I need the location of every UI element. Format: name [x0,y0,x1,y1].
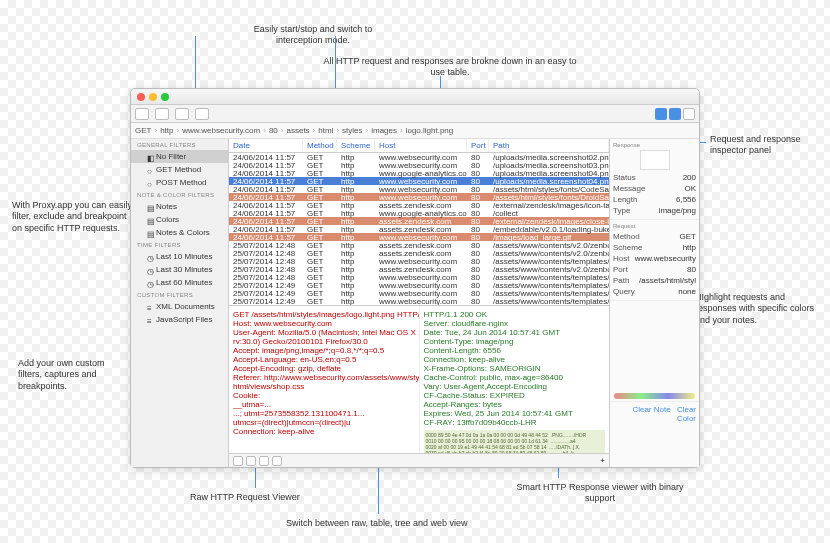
main-panel: Date Method Scheme Host Port Path 24/06/… [229,139,609,467]
filter-30min[interactable]: ◷Last 30 Minutes [131,263,228,276]
callout-inspector: Request and response inspector panel [710,134,820,157]
record-button[interactable] [135,108,149,120]
view-raw-button[interactable] [233,456,243,466]
color-palette[interactable] [614,393,695,399]
filter-js[interactable]: ≡JavaScript Files [131,313,228,326]
request-table[interactable]: 24/06/2014 11:57GEThttpwww.websecurity.c… [229,153,609,305]
filter-notes[interactable]: ▤Notes [131,200,228,213]
view-mode-3[interactable] [683,108,695,120]
raw-viewer: GET /assets/html/styles/images/logo.ligh… [229,305,609,453]
close-icon[interactable] [137,93,145,101]
section-note: NOTE & COLOR FILTERS [131,189,228,200]
callout-switch-view: Switch between raw, table, tree and web … [286,518,468,529]
callout-start-stop: Easily start/stop and switch to intercep… [238,24,388,47]
filter-10min[interactable]: ◷Last 10 Minutes [131,250,228,263]
view-table-button[interactable] [246,456,256,466]
inspector-request-title: Request [613,223,696,229]
pause-button[interactable] [155,108,169,120]
filter-no-filter[interactable]: ◧No Filter [131,150,228,163]
filter-xml[interactable]: ≡XML Documents [131,300,228,313]
minimize-icon[interactable] [149,93,157,101]
callout-custom-filters: Add your own custom filters, captures an… [18,358,128,392]
hex-view: 0000 89 50 4e 47 0d 0a 1a 0a 00 00 00 0d… [424,430,606,453]
search-button[interactable] [195,108,209,120]
filter-post[interactable]: ○POST Method [131,176,228,189]
response-thumbnail [640,150,670,170]
view-tree-button[interactable] [259,456,269,466]
breadcrumb: GET› http› www.websecurity.com› 80› asse… [131,123,699,139]
viewer-footer: + [229,453,609,467]
view-web-button[interactable] [272,456,282,466]
filter-colors[interactable]: ▤Colors [131,213,228,226]
intercept-button[interactable] [175,108,189,120]
table-header: Date Method Scheme Host Port Path [229,139,609,153]
callout-request-viewer: Raw HTTP Request Viewer [190,492,300,503]
titlebar[interactable] [131,89,699,105]
note-bar: Clear Note Clear Color [610,401,699,426]
inspector-panel: Response Status200 MessageOK Length6,556… [609,139,699,467]
view-mode-1[interactable] [655,108,667,120]
app-window: GET› http› www.websecurity.com› 80› asse… [130,88,700,468]
filter-60min[interactable]: ◷Last 60 Minutes [131,276,228,289]
response-raw[interactable]: HTTP/1.1 200 OK Server: cloudflare-nginx… [419,306,610,453]
section-general: GENERAL FILTERS [131,139,228,150]
clear-color-button[interactable]: Clear Color [677,405,696,423]
zoom-icon[interactable] [161,93,169,101]
callout-response-viewer: Smart HTTP Response viewer with binary s… [510,482,690,505]
section-time: TIME FILTERS [131,239,228,250]
table-row[interactable]: 25/07/2014 12:49GEThttpwww.websecurity.c… [229,297,609,305]
callout-table: All HTTP request and responses are brokn… [320,56,580,79]
callout-highlight: HIghlight requests and responses with sp… [695,292,815,326]
filter-get[interactable]: ○GET Method [131,163,228,176]
inspector-response-title: Response [613,142,696,148]
callout-proxy-filters: With Proxy.app you can easily filter, ex… [12,200,132,234]
request-raw[interactable]: GET /assets/html/styles/images/logo.ligh… [229,306,419,453]
section-custom: CUSTOM FILTERS [131,289,228,300]
view-mode-2[interactable] [669,108,681,120]
clear-note-button[interactable]: Clear Note [632,405,670,414]
toolbar [131,105,699,123]
sidebar: GENERAL FILTERS ◧No Filter ○GET Method ○… [131,139,229,467]
filter-notes-colors[interactable]: ▤Notes & Colors [131,226,228,239]
